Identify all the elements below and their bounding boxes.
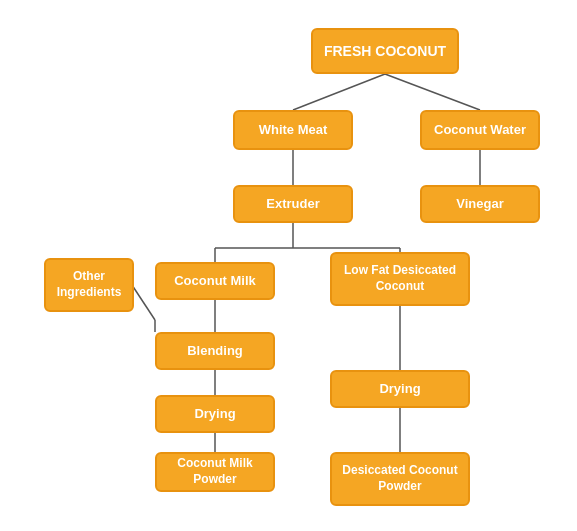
blending-box: Blending (155, 332, 275, 370)
drying-left-box: Drying (155, 395, 275, 433)
low-fat-box: Low Fat Desiccated Coconut (330, 252, 470, 306)
svg-line-9 (132, 285, 155, 320)
extruder-box: Extruder (233, 185, 353, 223)
flowchart-diagram: FRESH COCONUT White Meat Coconut Water E… (0, 0, 577, 531)
svg-line-0 (293, 74, 385, 110)
other-ingredients-box: Other Ingredients (44, 258, 134, 312)
coconut-milk-powder-box: Coconut Milk Powder (155, 452, 275, 492)
svg-line-1 (385, 74, 480, 110)
desiccated-coconut-powder-box: Desiccated Coconut Powder (330, 452, 470, 506)
coconut-milk-box: Coconut Milk (155, 262, 275, 300)
coconut-water-box: Coconut Water (420, 110, 540, 150)
drying-right-box: Drying (330, 370, 470, 408)
white-meat-box: White Meat (233, 110, 353, 150)
fresh-coconut-box: FRESH COCONUT (311, 28, 459, 74)
vinegar-box: Vinegar (420, 185, 540, 223)
